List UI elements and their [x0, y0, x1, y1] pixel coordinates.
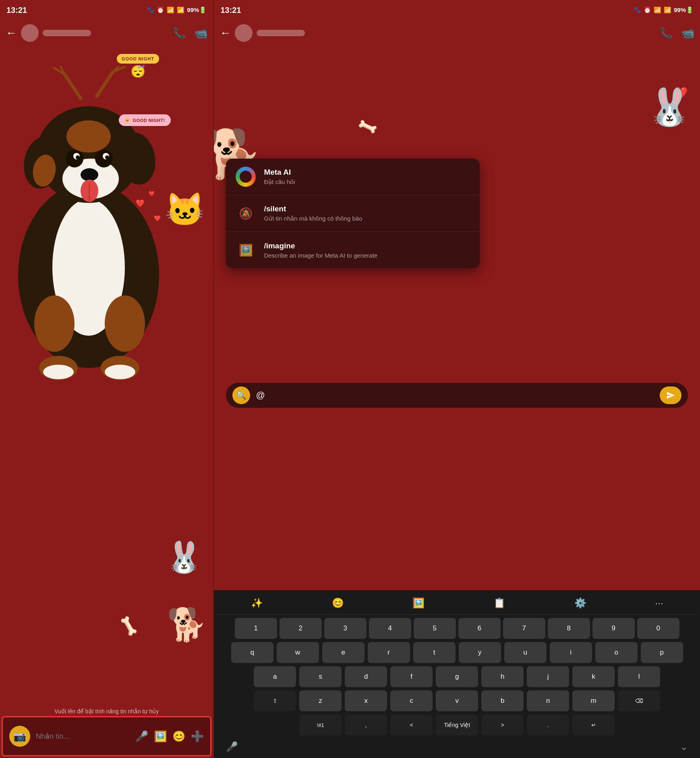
key-c[interactable]: c	[390, 690, 433, 711]
toolbar-clipboard[interactable]: 📋	[493, 597, 505, 609]
right-status-bar: 13:21 🐾 ⏰ 📶 📶 99%🔋	[214, 0, 700, 20]
left-video-icon[interactable]: 📹	[195, 27, 207, 39]
svg-point-19	[105, 155, 109, 159]
goodnight-text-2: GOOD NIGHT!	[133, 118, 165, 123]
right-contact-info	[235, 24, 656, 42]
left-chat-area: GOOD NIGHT 😴 🐱 GOOD NIGHT! 🦴	[0, 46, 213, 704]
camera-button[interactable]: 📷	[9, 726, 30, 747]
toolbar-more[interactable]: ···	[655, 597, 663, 609]
dog-illustration	[0, 66, 201, 408]
plus-icon[interactable]: ➕	[191, 730, 204, 743]
key-d[interactable]: d	[345, 666, 387, 687]
key-lang-left[interactable]: <	[390, 715, 433, 735]
cat-sticker: 🐱	[165, 191, 205, 229]
key-w[interactable]: w	[277, 642, 319, 663]
goodnight-sticker-2: 🐱 GOOD NIGHT!	[119, 114, 171, 126]
key-row-bottom: !#1 , < Tiếng Việt > . ↵	[216, 715, 698, 735]
left-phone-icon[interactable]: 📞	[173, 27, 186, 39]
toolbar-gif[interactable]: 🖼️	[412, 597, 425, 609]
key-language[interactable]: Tiếng Việt	[436, 715, 478, 735]
key-g[interactable]: g	[436, 666, 478, 687]
key-2[interactable]: 2	[280, 618, 322, 639]
key-1[interactable]: 1	[235, 618, 277, 639]
key-r[interactable]: r	[368, 642, 410, 663]
keyboard-dismiss-icon[interactable]: ⌄	[680, 741, 688, 752]
right-name	[257, 30, 305, 36]
key-z[interactable]: z	[299, 690, 342, 711]
key-3[interactable]: 3	[324, 618, 367, 639]
emoji-icon[interactable]: 😊	[172, 730, 185, 743]
left-nav-icons: 📞 📹	[173, 27, 207, 39]
right-status-icons: 🐾 ⏰ 📶 📶 99%🔋	[634, 6, 694, 14]
key-8[interactable]: 8	[548, 618, 590, 639]
image-icon[interactable]: 🖼️	[154, 730, 167, 743]
key-comma[interactable]: ,	[345, 715, 387, 735]
left-name	[43, 30, 91, 36]
dropdown-imagine[interactable]: 🖼️ /imagine Describe an image for Meta A…	[226, 232, 480, 268]
keyboard-toolbar: ✨ 😊 🖼️ 📋 ⚙️ ···	[216, 594, 698, 615]
dropdown-meta-ai[interactable]: Meta AI Đặt câu hỏi	[226, 159, 480, 195]
meta-ai-title: Meta AI	[264, 168, 295, 177]
key-m[interactable]: m	[572, 690, 615, 711]
key-7[interactable]: 7	[503, 618, 545, 639]
key-enter[interactable]: ↵	[572, 715, 615, 735]
key-j[interactable]: j	[527, 666, 569, 687]
svg-line-0	[64, 74, 81, 98]
key-b[interactable]: b	[481, 690, 524, 711]
key-6[interactable]: 6	[458, 618, 501, 639]
toolbar-sparkle[interactable]: ✨	[251, 597, 263, 609]
toolbar-emoji[interactable]: 😊	[332, 597, 344, 609]
right-back-button[interactable]: ←	[220, 27, 231, 39]
key-p[interactable]: p	[641, 642, 683, 663]
toolbar-settings[interactable]: ⚙️	[574, 597, 586, 609]
meta-ai-subtitle: Đặt câu hỏi	[264, 178, 295, 186]
left-back-button[interactable]: ←	[6, 27, 17, 39]
key-k[interactable]: k	[572, 666, 615, 687]
key-n[interactable]: n	[527, 690, 569, 711]
key-i[interactable]: i	[550, 642, 592, 663]
left-time: 13:21	[6, 6, 27, 15]
key-v[interactable]: v	[436, 690, 478, 711]
right-phone-icon[interactable]: 📞	[660, 27, 673, 39]
bunny-sticker: 🐰	[165, 540, 203, 575]
key-q[interactable]: q	[231, 642, 273, 663]
key-o[interactable]: o	[595, 642, 638, 663]
svg-point-27	[43, 365, 74, 379]
keyboard-mic-icon[interactable]: 🎤	[226, 741, 238, 752]
key-e[interactable]: e	[322, 642, 364, 663]
svg-point-23	[34, 295, 75, 352]
right-panel: 13:21 🐾 ⏰ 📶 📶 99%🔋 ← 📞 📹 🦴 ❤️ 🐰 🐕	[214, 0, 700, 758]
key-9[interactable]: 9	[592, 618, 635, 639]
key-s[interactable]: s	[299, 666, 342, 687]
key-4[interactable]: 4	[369, 618, 411, 639]
left-bottom-bar: 📷 🎤 🖼️ 😊 ➕	[2, 716, 211, 756]
key-x[interactable]: x	[345, 690, 387, 711]
key-0[interactable]: 0	[637, 618, 679, 639]
send-button[interactable]	[660, 386, 681, 404]
at-symbol: @	[256, 390, 654, 401]
key-f[interactable]: f	[390, 666, 433, 687]
key-shift[interactable]: ⇧	[254, 690, 296, 711]
key-a[interactable]: a	[254, 666, 296, 687]
key-row-numbers: 1 2 3 4 5 6 7 8 9 0	[216, 618, 698, 639]
heart-2: ❤️	[154, 215, 161, 221]
key-lang-right[interactable]: >	[481, 715, 524, 735]
key-u[interactable]: u	[504, 642, 547, 663]
key-y[interactable]: y	[459, 642, 501, 663]
key-period[interactable]: .	[527, 715, 569, 735]
key-l[interactable]: l	[618, 666, 660, 687]
key-5[interactable]: 5	[414, 618, 456, 639]
shiba-sticker: 🐕	[167, 606, 207, 644]
swipe-hint: Vuốt lên để bật tính năng tin nhắn tự hủ…	[0, 704, 213, 716]
key-backspace[interactable]: ⌫	[618, 690, 660, 711]
message-input[interactable]	[36, 732, 130, 741]
key-symbols[interactable]: !#1	[299, 715, 342, 735]
goodnight-text-1: GOOD NIGHT	[122, 56, 154, 61]
right-video-icon[interactable]: 📹	[681, 27, 694, 39]
silent-icon: 🔕	[236, 203, 256, 223]
dropdown-silent[interactable]: 🔕 /silent Gửi tin nhắn mà không có thông…	[226, 195, 480, 232]
search-icon-button[interactable]: 🔍	[232, 386, 250, 404]
key-t[interactable]: t	[413, 642, 456, 663]
mic-icon[interactable]: 🎤	[135, 730, 148, 743]
key-h[interactable]: h	[481, 666, 524, 687]
